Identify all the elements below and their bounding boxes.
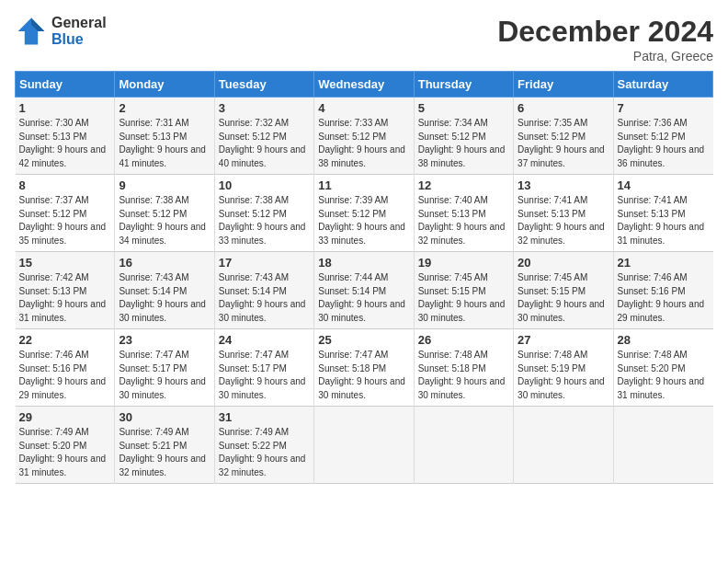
day-number: 9 [119,178,210,192]
day-number: 5 [418,101,509,115]
page-header: General Blue December 2024 Patra, Greece [15,15,713,63]
day-info: Sunrise: 7:46 AMSunset: 5:16 PMDaylight:… [19,350,107,400]
header-wednesday: Wednesday [314,72,414,98]
day-info: Sunrise: 7:48 AMSunset: 5:20 PMDaylight:… [618,350,705,400]
logo-text: General Blue [51,15,107,47]
day-number: 21 [618,256,710,270]
day-info: Sunrise: 7:35 AMSunset: 5:12 PMDaylight:… [518,118,605,168]
calendar-cell: 13Sunrise: 7:41 AMSunset: 5:13 PMDayligh… [514,175,613,252]
day-info: Sunrise: 7:48 AMSunset: 5:19 PMDaylight:… [518,350,605,400]
day-number: 31 [219,410,310,424]
day-number: 11 [318,178,409,192]
calendar-cell: 30Sunrise: 7:49 AMSunset: 5:21 PMDayligh… [115,407,214,484]
day-info: Sunrise: 7:38 AMSunset: 5:12 PMDaylight:… [119,195,206,246]
day-info: Sunrise: 7:38 AMSunset: 5:12 PMDaylight:… [219,195,306,246]
calendar-cell: 4Sunrise: 7:33 AMSunset: 5:12 PMDaylight… [314,98,414,175]
day-number: 24 [219,333,310,347]
day-info: Sunrise: 7:47 AMSunset: 5:17 PMDaylight:… [119,350,206,400]
day-info: Sunrise: 7:36 AMSunset: 5:12 PMDaylight:… [618,118,705,168]
day-info: Sunrise: 7:42 AMSunset: 5:13 PMDaylight:… [19,272,107,323]
week-row-2: 8Sunrise: 7:37 AMSunset: 5:12 PMDaylight… [16,175,713,252]
calendar-cell: 9Sunrise: 7:38 AMSunset: 5:12 PMDaylight… [115,175,214,252]
calendar-cell: 14Sunrise: 7:41 AMSunset: 5:13 PMDayligh… [613,175,712,252]
day-info: Sunrise: 7:47 AMSunset: 5:18 PMDaylight:… [318,350,405,400]
day-info: Sunrise: 7:33 AMSunset: 5:12 PMDaylight:… [318,118,405,168]
calendar-cell: 21Sunrise: 7:46 AMSunset: 5:16 PMDayligh… [613,252,712,329]
day-number: 28 [618,333,710,347]
calendar-cell: 23Sunrise: 7:47 AMSunset: 5:17 PMDayligh… [115,329,214,407]
day-number: 25 [318,333,409,347]
week-row-1: 1Sunrise: 7:30 AMSunset: 5:13 PMDaylight… [16,98,713,175]
day-info: Sunrise: 7:46 AMSunset: 5:16 PMDaylight:… [618,272,705,323]
calendar-cell: 31Sunrise: 7:49 AMSunset: 5:22 PMDayligh… [214,407,313,484]
week-row-3: 15Sunrise: 7:42 AMSunset: 5:13 PMDayligh… [16,252,713,329]
calendar-cell: 12Sunrise: 7:40 AMSunset: 5:13 PMDayligh… [414,175,513,252]
calendar-cell: 7Sunrise: 7:36 AMSunset: 5:12 PMDaylight… [613,98,712,175]
calendar-cell: 26Sunrise: 7:48 AMSunset: 5:18 PMDayligh… [414,329,513,407]
header-tuesday: Tuesday [214,72,313,98]
day-info: Sunrise: 7:39 AMSunset: 5:12 PMDaylight:… [318,195,405,246]
calendar-cell: 11Sunrise: 7:39 AMSunset: 5:12 PMDayligh… [314,175,414,252]
week-row-4: 22Sunrise: 7:46 AMSunset: 5:16 PMDayligh… [16,329,713,407]
day-number: 4 [318,101,409,115]
calendar-cell: 24Sunrise: 7:47 AMSunset: 5:17 PMDayligh… [214,329,313,407]
day-number: 1 [19,101,111,115]
day-info: Sunrise: 7:34 AMSunset: 5:12 PMDaylight:… [418,118,506,168]
header-saturday: Saturday [613,72,712,98]
day-number: 3 [219,101,310,115]
day-number: 17 [219,256,310,270]
calendar-cell: 18Sunrise: 7:44 AMSunset: 5:14 PMDayligh… [314,252,414,329]
week-row-5: 29Sunrise: 7:49 AMSunset: 5:20 PMDayligh… [16,407,713,484]
day-number: 12 [418,178,509,192]
day-info: Sunrise: 7:44 AMSunset: 5:14 PMDaylight:… [318,272,405,323]
day-number: 26 [418,333,509,347]
day-number: 19 [418,256,509,270]
header-row: SundayMondayTuesdayWednesdayThursdayFrid… [16,72,713,98]
calendar-cell [514,407,613,484]
day-info: Sunrise: 7:32 AMSunset: 5:12 PMDaylight:… [219,118,306,168]
day-number: 22 [19,333,111,347]
day-info: Sunrise: 7:40 AMSunset: 5:13 PMDaylight:… [418,195,506,246]
day-info: Sunrise: 7:43 AMSunset: 5:14 PMDaylight:… [119,272,206,323]
logo-general: General [51,15,107,31]
calendar-cell [613,407,712,484]
day-number: 8 [19,178,111,192]
header-sunday: Sunday [16,72,115,98]
day-info: Sunrise: 7:43 AMSunset: 5:14 PMDaylight:… [219,272,306,323]
calendar-cell: 27Sunrise: 7:48 AMSunset: 5:19 PMDayligh… [514,329,613,407]
day-info: Sunrise: 7:30 AMSunset: 5:13 PMDaylight:… [19,118,107,168]
calendar-cell: 19Sunrise: 7:45 AMSunset: 5:15 PMDayligh… [414,252,513,329]
calendar-cell: 17Sunrise: 7:43 AMSunset: 5:14 PMDayligh… [214,252,313,329]
calendar-cell [314,407,414,484]
calendar-cell: 25Sunrise: 7:47 AMSunset: 5:18 PMDayligh… [314,329,414,407]
calendar-cell: 28Sunrise: 7:48 AMSunset: 5:20 PMDayligh… [613,329,712,407]
calendar-cell: 29Sunrise: 7:49 AMSunset: 5:20 PMDayligh… [16,407,115,484]
day-number: 10 [219,178,310,192]
day-number: 29 [19,410,111,424]
day-number: 7 [618,101,710,115]
calendar-cell: 10Sunrise: 7:38 AMSunset: 5:12 PMDayligh… [214,175,313,252]
day-info: Sunrise: 7:41 AMSunset: 5:13 PMDaylight:… [618,195,705,246]
calendar-cell: 8Sunrise: 7:37 AMSunset: 5:12 PMDaylight… [16,175,115,252]
day-number: 27 [518,333,609,347]
calendar-cell [414,407,513,484]
calendar-cell: 16Sunrise: 7:43 AMSunset: 5:14 PMDayligh… [115,252,214,329]
day-number: 13 [518,178,609,192]
day-number: 6 [518,101,609,115]
calendar-cell: 15Sunrise: 7:42 AMSunset: 5:13 PMDayligh… [16,252,115,329]
header-friday: Friday [514,72,613,98]
day-number: 30 [119,410,210,424]
title-area: December 2024 Patra, Greece [497,15,713,63]
calendar-cell: 3Sunrise: 7:32 AMSunset: 5:12 PMDaylight… [214,98,313,175]
header-thursday: Thursday [414,72,513,98]
logo: General Blue [15,15,107,48]
location: Patra, Greece [497,49,713,63]
day-info: Sunrise: 7:45 AMSunset: 5:15 PMDaylight:… [518,272,605,323]
logo-icon [15,15,48,48]
day-number: 18 [318,256,409,270]
calendar-cell: 1Sunrise: 7:30 AMSunset: 5:13 PMDaylight… [16,98,115,175]
day-info: Sunrise: 7:47 AMSunset: 5:17 PMDaylight:… [219,350,306,400]
calendar-cell: 2Sunrise: 7:31 AMSunset: 5:13 PMDaylight… [115,98,214,175]
day-info: Sunrise: 7:37 AMSunset: 5:12 PMDaylight:… [19,195,107,246]
day-info: Sunrise: 7:48 AMSunset: 5:18 PMDaylight:… [418,350,506,400]
